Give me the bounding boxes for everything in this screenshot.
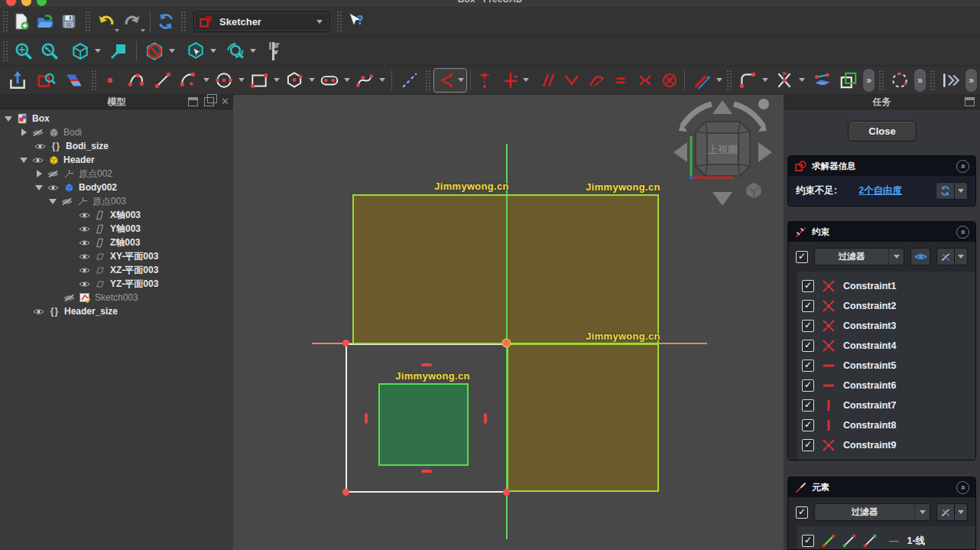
navigation-style-dropdown-arrow[interactable] <box>167 40 177 63</box>
tilt-up-arrow[interactable] <box>712 100 732 114</box>
constraint-checkbox[interactable] <box>802 379 814 392</box>
collapse-arrow-icon[interactable] <box>35 170 43 177</box>
toolbar-handle[interactable] <box>426 70 430 90</box>
expand-arrow-icon[interactable] <box>35 184 43 191</box>
navigation-cube[interactable]: 上視圖 <box>667 96 778 211</box>
create-arc-icon[interactable] <box>176 69 202 92</box>
constraint-row[interactable]: Constraint4 <box>802 336 975 356</box>
constraint-row[interactable]: Constraint7 <box>802 395 975 415</box>
sketch-vertex[interactable] <box>342 489 349 496</box>
viewport-select-dropdown-arrow[interactable] <box>209 40 218 63</box>
solver-refresh-dropdown[interactable] <box>955 182 968 200</box>
toolbar-handle[interactable] <box>879 70 884 90</box>
close-window-button[interactable] <box>6 0 16 6</box>
constraint-checkbox[interactable] <box>802 280 814 292</box>
dof-link[interactable]: 2个自由度 <box>858 184 936 197</box>
panel-minimize-icon[interactable] <box>188 97 198 106</box>
polygon-dropdown-arrow[interactable] <box>307 69 316 92</box>
create-polyline-icon[interactable] <box>124 69 150 92</box>
constraint-checkbox[interactable] <box>802 439 814 451</box>
nav-cube-dot[interactable] <box>758 99 769 109</box>
constraint-row[interactable]: Constraint5 <box>802 356 975 376</box>
tree-item-origin002[interactable]: 原点002 <box>0 167 233 181</box>
constraint-checkbox[interactable] <box>802 300 814 312</box>
tree-item-body002[interactable]: Body002 <box>0 181 233 194</box>
measure-icon[interactable] <box>264 40 285 63</box>
workbench-selector[interactable]: Sketcher <box>193 11 329 32</box>
new-document-icon[interactable] <box>11 10 32 33</box>
visibility-visible-icon[interactable] <box>78 264 90 276</box>
tree-item-box[interactable]: Box <box>0 112 233 125</box>
toolbar-overflow-button[interactable]: » <box>914 69 926 92</box>
toolbar-overflow-button[interactable]: » <box>965 69 977 92</box>
tree-item-yaxis[interactable]: Y轴003 <box>0 222 233 236</box>
solid-face-bottom-right[interactable] <box>507 343 659 492</box>
visibility-visible-icon[interactable] <box>78 278 90 290</box>
constraints-settings-button[interactable] <box>936 248 955 265</box>
constraint-row[interactable]: Constraint8 <box>802 415 975 435</box>
elements-filter-checkbox[interactable] <box>796 506 808 519</box>
visibility-visible-icon[interactable] <box>78 223 90 235</box>
view-section-icon[interactable] <box>61 69 87 92</box>
trim-icon[interactable] <box>771 69 797 92</box>
tree-item-yzplane[interactable]: YZ-平面003 <box>0 277 233 291</box>
constrain-tangent-icon[interactable] <box>586 69 607 92</box>
constraint-row[interactable]: Constraint9 <box>802 435 975 455</box>
viewport-select-icon[interactable] <box>183 40 209 63</box>
workbench-dropdown-arrow[interactable] <box>315 10 324 33</box>
constrain-perpendicular-icon[interactable] <box>561 69 582 92</box>
panel-minimize-icon[interactable] <box>965 97 975 106</box>
visibility-visible-icon[interactable] <box>78 250 90 262</box>
visibility-hidden-icon[interactable] <box>63 291 75 304</box>
expand-arrow-icon[interactable] <box>20 156 28 164</box>
collapse-chevron-icon[interactable]: » <box>956 160 969 173</box>
create-slot-icon[interactable] <box>316 69 342 92</box>
visibility-hidden-icon[interactable] <box>60 195 73 207</box>
slot-dropdown-arrow[interactable] <box>342 69 352 92</box>
element-checkbox[interactable] <box>802 535 814 547</box>
constrain-symmetric-icon[interactable] <box>634 69 656 92</box>
constraint-checkbox[interactable] <box>802 320 814 332</box>
filter-dropdown-arrow[interactable] <box>888 249 904 265</box>
constraint-row[interactable]: Constraint2 <box>802 296 975 316</box>
whats-this-icon[interactable]: ? <box>345 10 366 33</box>
dimension-dropdown-arrow[interactable] <box>456 69 466 92</box>
sketch-vertex[interactable] <box>342 340 349 347</box>
create-rectangle-icon[interactable] <box>246 69 272 92</box>
model-panel-titlebar[interactable]: 模型 ✕ <box>0 95 233 109</box>
collapse-chevron-icon[interactable]: » <box>956 226 969 239</box>
circle-dropdown-arrow[interactable] <box>237 69 246 92</box>
external-geometry-icon[interactable] <box>810 69 836 92</box>
vertical-constraint-mark[interactable] <box>365 413 368 424</box>
tree-item-bodi-size[interactable]: { } Bodi_size <box>0 139 233 153</box>
toolbar-handle[interactable] <box>337 11 342 31</box>
toolbar-handle[interactable] <box>181 11 186 31</box>
fillet-icon[interactable] <box>735 69 761 92</box>
visibility-visible-icon[interactable] <box>31 154 44 166</box>
tree-item-xaxis[interactable]: X轴003 <box>0 208 233 222</box>
fit-selection-icon[interactable] <box>37 40 63 63</box>
tilt-down-arrow[interactable] <box>712 192 732 206</box>
tree-item-sketch003[interactable]: Sketch003 <box>0 291 233 304</box>
constraint-checkbox[interactable] <box>802 419 814 431</box>
constraint-checkbox[interactable] <box>802 340 814 352</box>
trim-dropdown-arrow[interactable] <box>797 69 806 92</box>
solver-section-header[interactable]: 求解器信息 » <box>788 156 975 176</box>
sketch-vertex[interactable] <box>503 489 510 496</box>
constraint-checkbox[interactable] <box>802 360 814 372</box>
navigation-style-icon[interactable] <box>141 40 167 63</box>
view-sketch-icon[interactable] <box>34 69 60 92</box>
refresh-icon[interactable] <box>155 10 177 33</box>
panel-close-icon[interactable]: ✕ <box>220 97 230 106</box>
close-task-button[interactable]: Close <box>848 121 917 142</box>
constrain-coincident-icon[interactable] <box>474 69 495 92</box>
elements-section-header[interactable]: 元素 » <box>788 477 975 497</box>
axonometric-dropdown-arrow[interactable] <box>93 40 102 63</box>
visibility-visible-icon[interactable] <box>34 140 46 152</box>
dimension-tool-active[interactable] <box>433 68 467 93</box>
task-panel-titlebar[interactable]: 任务 <box>784 95 980 109</box>
leave-sketch-icon[interactable] <box>5 69 31 92</box>
zoom-window-button[interactable] <box>37 0 47 6</box>
constraints-section-header[interactable]: 约束 » <box>788 222 975 242</box>
elements-filter-dropdown[interactable]: 过滤器 <box>814 503 930 521</box>
